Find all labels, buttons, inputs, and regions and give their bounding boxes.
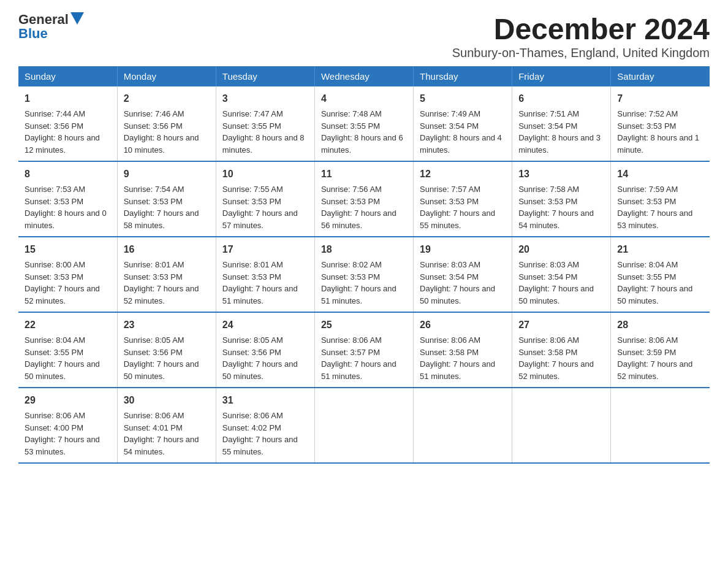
day-info: Sunrise: 8:01 AMSunset: 3:53 PMDaylight:… <box>124 260 199 305</box>
week-row-5: 29 Sunrise: 8:06 AMSunset: 4:00 PMDaylig… <box>18 388 710 463</box>
day-cell: 4 Sunrise: 7:48 AMSunset: 3:55 PMDayligh… <box>314 86 413 161</box>
header-cell-sunday: Sunday <box>18 66 117 86</box>
day-cell: 12 Sunrise: 7:57 AMSunset: 3:53 PMDaylig… <box>414 161 512 237</box>
day-number: 6 <box>518 91 604 106</box>
svg-marker-0 <box>70 12 84 25</box>
day-info: Sunrise: 7:53 AMSunset: 3:53 PMDaylight:… <box>25 185 107 230</box>
day-cell: 24 Sunrise: 8:05 AMSunset: 3:56 PMDaylig… <box>216 312 314 388</box>
day-cell: 19 Sunrise: 8:03 AMSunset: 3:54 PMDaylig… <box>414 237 512 312</box>
day-info: Sunrise: 8:06 AMSunset: 3:58 PMDaylight:… <box>518 335 594 381</box>
day-info: Sunrise: 8:01 AMSunset: 3:53 PMDaylight:… <box>222 260 298 305</box>
day-cell <box>414 388 512 463</box>
day-info: Sunrise: 8:06 AMSunset: 4:02 PMDaylight:… <box>222 411 298 456</box>
day-info: Sunrise: 7:55 AMSunset: 3:53 PMDaylight:… <box>222 185 298 230</box>
day-number: 17 <box>222 242 308 257</box>
day-number: 3 <box>222 91 308 106</box>
day-number: 11 <box>321 167 407 182</box>
header-row: SundayMondayTuesdayWednesdayThursdayFrid… <box>18 66 710 86</box>
day-number: 8 <box>25 167 111 182</box>
logo-general-text: General <box>18 13 69 26</box>
day-info: Sunrise: 8:06 AMSunset: 4:00 PMDaylight:… <box>25 411 100 456</box>
day-info: Sunrise: 7:51 AMSunset: 3:54 PMDaylight:… <box>518 109 601 155</box>
day-number: 2 <box>124 91 210 106</box>
day-info: Sunrise: 7:56 AMSunset: 3:53 PMDaylight:… <box>321 185 396 230</box>
logo-arrow-icon <box>70 12 84 25</box>
day-number: 13 <box>518 167 604 182</box>
day-info: Sunrise: 8:03 AMSunset: 3:54 PMDaylight:… <box>420 260 495 305</box>
day-cell: 20 Sunrise: 8:03 AMSunset: 3:54 PMDaylig… <box>512 237 611 312</box>
day-cell: 26 Sunrise: 8:06 AMSunset: 3:58 PMDaylig… <box>414 312 512 388</box>
header-cell-wednesday: Wednesday <box>314 66 413 86</box>
day-number: 1 <box>25 91 111 106</box>
day-number: 14 <box>617 167 703 182</box>
day-cell: 27 Sunrise: 8:06 AMSunset: 3:58 PMDaylig… <box>512 312 611 388</box>
day-cell: 14 Sunrise: 7:59 AMSunset: 3:53 PMDaylig… <box>611 161 710 237</box>
day-number: 5 <box>420 91 506 106</box>
day-cell: 23 Sunrise: 8:05 AMSunset: 3:56 PMDaylig… <box>117 312 216 388</box>
day-cell <box>611 388 710 463</box>
day-cell: 10 Sunrise: 7:55 AMSunset: 3:53 PMDaylig… <box>216 161 314 237</box>
day-info: Sunrise: 7:47 AMSunset: 3:55 PMDaylight:… <box>222 109 305 155</box>
day-info: Sunrise: 8:06 AMSunset: 3:58 PMDaylight:… <box>420 335 495 381</box>
day-info: Sunrise: 7:58 AMSunset: 3:53 PMDaylight:… <box>518 185 594 230</box>
day-number: 24 <box>222 318 308 332</box>
title-block: December 2024 Sunbury-on-Thames, England… <box>452 12 710 60</box>
day-cell: 3 Sunrise: 7:47 AMSunset: 3:55 PMDayligh… <box>216 86 314 161</box>
day-info: Sunrise: 8:04 AMSunset: 3:55 PMDaylight:… <box>25 335 100 381</box>
day-number: 28 <box>617 318 703 332</box>
day-number: 19 <box>420 242 506 257</box>
day-number: 26 <box>420 318 506 332</box>
day-cell: 25 Sunrise: 8:06 AMSunset: 3:57 PMDaylig… <box>314 312 413 388</box>
header-cell-thursday: Thursday <box>414 66 512 86</box>
day-number: 21 <box>617 242 703 257</box>
day-info: Sunrise: 7:46 AMSunset: 3:56 PMDaylight:… <box>124 109 199 155</box>
day-cell: 28 Sunrise: 8:06 AMSunset: 3:59 PMDaylig… <box>611 312 710 388</box>
week-row-2: 8 Sunrise: 7:53 AMSunset: 3:53 PMDayligh… <box>18 161 710 237</box>
day-number: 31 <box>222 393 308 408</box>
day-cell: 13 Sunrise: 7:58 AMSunset: 3:53 PMDaylig… <box>512 161 611 237</box>
day-cell: 30 Sunrise: 8:06 AMSunset: 4:01 PMDaylig… <box>117 388 216 463</box>
day-number: 23 <box>124 318 210 332</box>
header-cell-saturday: Saturday <box>611 66 710 86</box>
day-info: Sunrise: 7:44 AMSunset: 3:56 PMDaylight:… <box>25 109 100 155</box>
calendar-body: 1 Sunrise: 7:44 AMSunset: 3:56 PMDayligh… <box>18 86 710 463</box>
day-number: 27 <box>518 318 604 332</box>
day-cell: 2 Sunrise: 7:46 AMSunset: 3:56 PMDayligh… <box>117 86 216 161</box>
day-cell: 22 Sunrise: 8:04 AMSunset: 3:55 PMDaylig… <box>18 312 117 388</box>
logo: General Blue <box>18 12 84 40</box>
day-info: Sunrise: 7:49 AMSunset: 3:54 PMDaylight:… <box>420 109 502 155</box>
day-info: Sunrise: 8:06 AMSunset: 3:59 PMDaylight:… <box>617 335 692 381</box>
day-cell <box>314 388 413 463</box>
day-cell: 15 Sunrise: 8:00 AMSunset: 3:53 PMDaylig… <box>18 237 117 312</box>
day-cell: 17 Sunrise: 8:01 AMSunset: 3:53 PMDaylig… <box>216 237 314 312</box>
week-row-3: 15 Sunrise: 8:00 AMSunset: 3:53 PMDaylig… <box>18 237 710 312</box>
day-number: 29 <box>25 393 111 408</box>
day-number: 10 <box>222 167 308 182</box>
day-info: Sunrise: 7:48 AMSunset: 3:55 PMDaylight:… <box>321 109 403 155</box>
day-info: Sunrise: 8:00 AMSunset: 3:53 PMDaylight:… <box>25 260 100 305</box>
day-info: Sunrise: 7:57 AMSunset: 3:53 PMDaylight:… <box>420 185 495 230</box>
day-info: Sunrise: 8:05 AMSunset: 3:56 PMDaylight:… <box>222 335 298 381</box>
location-subtitle: Sunbury-on-Thames, England, United Kingd… <box>452 46 710 60</box>
header-cell-friday: Friday <box>512 66 611 86</box>
day-cell: 9 Sunrise: 7:54 AMSunset: 3:53 PMDayligh… <box>117 161 216 237</box>
day-cell: 18 Sunrise: 8:02 AMSunset: 3:53 PMDaylig… <box>314 237 413 312</box>
day-number: 7 <box>617 91 703 106</box>
logo-blue-text: Blue <box>18 27 48 40</box>
day-number: 20 <box>518 242 604 257</box>
day-number: 22 <box>25 318 111 332</box>
day-cell <box>512 388 611 463</box>
day-number: 30 <box>124 393 210 408</box>
calendar-header: SundayMondayTuesdayWednesdayThursdayFrid… <box>18 66 710 86</box>
day-cell: 31 Sunrise: 8:06 AMSunset: 4:02 PMDaylig… <box>216 388 314 463</box>
day-cell: 8 Sunrise: 7:53 AMSunset: 3:53 PMDayligh… <box>18 161 117 237</box>
day-number: 25 <box>321 318 407 332</box>
day-info: Sunrise: 8:02 AMSunset: 3:53 PMDaylight:… <box>321 260 396 305</box>
day-number: 18 <box>321 242 407 257</box>
day-info: Sunrise: 8:04 AMSunset: 3:55 PMDaylight:… <box>617 260 692 305</box>
day-info: Sunrise: 8:03 AMSunset: 3:54 PMDaylight:… <box>518 260 594 305</box>
page-header: General Blue December 2024 Sunbury-on-Th… <box>18 12 710 60</box>
header-cell-tuesday: Tuesday <box>216 66 314 86</box>
day-cell: 16 Sunrise: 8:01 AMSunset: 3:53 PMDaylig… <box>117 237 216 312</box>
month-title: December 2024 <box>452 12 710 46</box>
